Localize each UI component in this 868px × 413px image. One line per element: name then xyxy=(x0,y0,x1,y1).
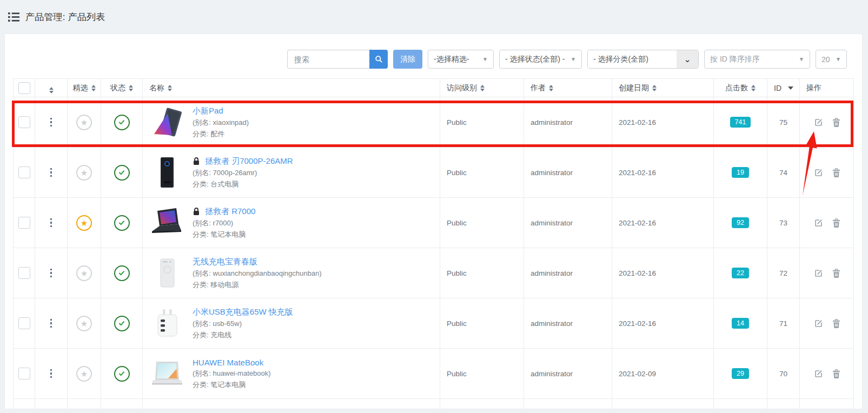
list-limit-select[interactable]: 20 ▼ xyxy=(816,50,847,69)
star-icon: ★ xyxy=(81,319,88,328)
status-published-button[interactable] xyxy=(114,115,130,130)
drag-handle-icon[interactable] xyxy=(48,317,55,330)
ordering-sort-header[interactable] xyxy=(35,79,68,97)
id-cell: 72 xyxy=(767,248,800,298)
created-date-cell: 2021-02-09 xyxy=(612,349,714,399)
search-input[interactable] xyxy=(287,50,369,69)
edit-button[interactable] xyxy=(814,118,823,127)
edit-button[interactable] xyxy=(814,369,823,378)
row-checkbox[interactable] xyxy=(18,368,30,379)
access-level-cell: Public xyxy=(440,298,524,349)
access-header[interactable]: 访问级别 xyxy=(440,79,524,97)
delete-button[interactable] xyxy=(832,369,840,378)
id-header[interactable]: ID xyxy=(767,79,800,97)
select-all-header[interactable] xyxy=(14,79,35,97)
select-all-checkbox[interactable] xyxy=(18,82,30,94)
status-published-button[interactable] xyxy=(114,316,130,331)
product-name-link[interactable]: 拯救者 R7000 xyxy=(205,206,255,217)
product-category: 分类: 移动电源 xyxy=(193,280,322,290)
featured-toggle-button[interactable]: ★ xyxy=(76,366,92,382)
table-row: ★ 小米USB充电器65W 快充版 (别名: usb-65w) 分类: 充电线 … xyxy=(14,298,854,349)
product-name-link[interactable]: 小新Pad xyxy=(193,106,223,116)
star-icon: ★ xyxy=(81,219,88,227)
created-header[interactable]: 创建日期 xyxy=(612,79,714,97)
row-checkbox[interactable] xyxy=(18,217,30,229)
sort-icon xyxy=(751,85,756,91)
author-cell: administrator xyxy=(524,298,612,349)
row-checkbox[interactable] xyxy=(18,116,30,128)
product-thumbnail xyxy=(149,358,185,389)
access-level-cell: Public xyxy=(440,97,524,148)
table-header-row: 精选 状态 名称 访问级别 作者 创建日期 点击数 ID 操作 xyxy=(14,79,854,97)
search-button[interactable] xyxy=(369,50,388,69)
status-filter-select[interactable]: - 选择状态(全部) - ▼ xyxy=(499,50,582,69)
lock-icon xyxy=(193,207,200,216)
featured-toggle-button[interactable]: ★ xyxy=(76,265,92,281)
product-category: 分类: 笔记本电脑 xyxy=(193,230,255,239)
status-published-button[interactable] xyxy=(114,265,130,281)
id-cell: 71 xyxy=(767,298,800,349)
product-alias: (别名: usb-65w) xyxy=(193,319,293,329)
hits-header[interactable]: 点击数 xyxy=(714,79,767,97)
clear-button[interactable]: 清除 xyxy=(393,50,422,69)
table-row: ★ 拯救者 刃7000P-26AMR (别名: 7000p-26amr) 分类:… xyxy=(14,148,854,198)
product-alias: (别名: xiaoxinpad) xyxy=(193,118,249,128)
product-thumbnail xyxy=(149,157,185,188)
delete-button[interactable] xyxy=(832,269,840,278)
row-checkbox[interactable] xyxy=(18,166,30,178)
drag-handle-icon[interactable] xyxy=(48,367,55,381)
sort-icon xyxy=(480,85,485,91)
featured-toggle-button[interactable]: ★ xyxy=(76,165,92,181)
table-row-partial xyxy=(14,399,854,410)
created-date-cell: 2021-02-16 xyxy=(612,248,714,298)
product-name-link[interactable]: 无线充电宝青春版 xyxy=(193,257,257,267)
product-category: 分类: 配件 xyxy=(193,129,249,139)
row-checkbox[interactable] xyxy=(18,317,30,329)
product-alias: (别名: huawei-matebook) xyxy=(193,369,271,378)
product-name-link[interactable]: 小米USB充电器65W 快充版 xyxy=(193,307,293,317)
featured-toggle-button[interactable]: ★ xyxy=(76,115,92,130)
featured-toggle-button[interactable]: ★ xyxy=(76,316,92,331)
drag-handle-icon[interactable] xyxy=(48,166,55,179)
check-icon xyxy=(118,269,125,277)
edit-button[interactable] xyxy=(814,319,823,328)
table-row: ★ 拯救者 R7000 (别名: r7000) 分类: 笔记本电脑 Public… xyxy=(14,198,854,248)
delete-button[interactable] xyxy=(832,319,840,328)
drag-handle-icon[interactable] xyxy=(48,116,55,129)
drag-handle-icon[interactable] xyxy=(48,267,55,280)
name-header[interactable]: 名称 xyxy=(143,79,440,97)
sort-icon xyxy=(652,85,657,91)
product-name-link[interactable]: 拯救者 刃7000P-26AMR xyxy=(205,156,293,166)
edit-button[interactable] xyxy=(814,218,823,228)
sort-order-select[interactable]: 按 ID 降序排序 ▼ xyxy=(704,50,810,69)
star-icon: ★ xyxy=(81,169,88,177)
content-card: 清除 -选择精选- ▼ - 选择状态(全部) - ▼ - 选择分类(全部) ⌄ … xyxy=(4,34,863,409)
status-published-button[interactable] xyxy=(114,366,130,382)
product-alias: (别名: wuxianchongdianbaoqingchunban) xyxy=(193,269,322,278)
featured-header[interactable]: 精选 xyxy=(68,79,101,97)
product-alias: (别名: 7000p-26amr) xyxy=(193,168,293,178)
hits-badge: 92 xyxy=(732,217,749,229)
access-level-cell: Public xyxy=(440,349,524,399)
product-name-link[interactable]: HUAWEI MateBook xyxy=(193,358,263,367)
delete-button[interactable] xyxy=(832,168,840,177)
check-icon xyxy=(118,118,125,126)
sort-icon xyxy=(549,85,553,91)
edit-button[interactable] xyxy=(814,269,823,278)
chevron-down-icon: ⌄ xyxy=(677,50,698,68)
search-icon xyxy=(375,55,383,63)
product-thumbnail xyxy=(149,308,185,339)
edit-button[interactable] xyxy=(814,168,823,177)
status-header[interactable]: 状态 xyxy=(101,79,143,97)
delete-button[interactable] xyxy=(832,218,840,228)
check-icon xyxy=(118,370,125,377)
status-published-button[interactable] xyxy=(114,165,130,181)
status-published-button[interactable] xyxy=(114,215,130,231)
row-checkbox[interactable] xyxy=(18,267,30,279)
author-header[interactable]: 作者 xyxy=(524,79,612,97)
featured-toggle-button[interactable]: ★ xyxy=(76,215,92,231)
featured-filter-select[interactable]: -选择精选- ▼ xyxy=(428,50,494,69)
category-filter-select[interactable]: - 选择分类(全部) ⌄ xyxy=(587,50,699,69)
delete-button[interactable] xyxy=(832,118,840,127)
drag-handle-icon[interactable] xyxy=(48,216,55,230)
